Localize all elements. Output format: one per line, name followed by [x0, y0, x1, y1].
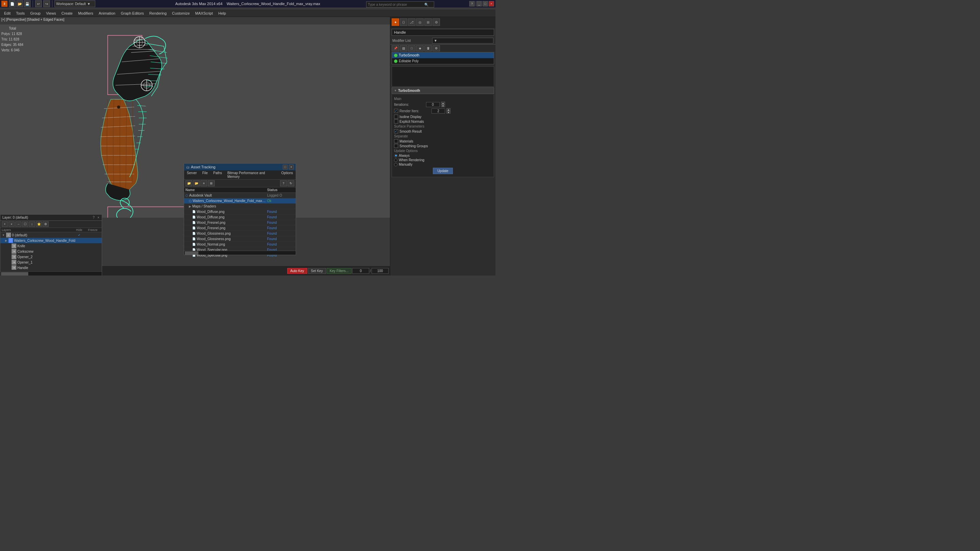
iterations-down[interactable]: ▼	[441, 105, 445, 107]
render-iters-input[interactable]	[431, 108, 445, 114]
layer-highlight-btn[interactable]: ⭐	[36, 221, 42, 227]
menu-animation[interactable]: Animation	[96, 10, 118, 17]
tab-hierarchy[interactable]: ⎇	[408, 18, 415, 26]
at-scrollbar[interactable]	[184, 251, 296, 255]
layer-move-btn[interactable]: ↕	[29, 221, 35, 227]
key-filters-btn[interactable]: Key Filters...	[327, 268, 352, 274]
remove-modifier-btn[interactable]: 🗑	[424, 45, 432, 51]
at-row-wood-diffuse2[interactable]: 📄 Wood_Diffuse.png Found	[184, 214, 296, 220]
menu-graph-editors[interactable]: Graph Editors	[118, 10, 147, 17]
tab-modify[interactable]: ⟨⟩	[400, 18, 407, 26]
render-iters-checkbox[interactable]	[394, 109, 398, 113]
manually-radio[interactable]	[394, 163, 398, 166]
at-btn-3[interactable]: ≡	[200, 180, 207, 186]
at-scrollthumb[interactable]	[185, 251, 198, 255]
at-refresh-btn[interactable]: ↻	[288, 180, 294, 186]
tab-display[interactable]: ⊞	[424, 18, 432, 26]
at-close-btn[interactable]: ×	[289, 165, 294, 169]
maximize-btn[interactable]: □	[482, 1, 488, 6]
render-iters-down[interactable]: ▼	[447, 111, 450, 114]
menu-group[interactable]: Group	[27, 10, 43, 17]
materials-checkbox[interactable]	[394, 139, 398, 143]
layers-help-btn[interactable]: ?	[92, 215, 95, 220]
at-menu-bitmap[interactable]: Bitmap Performance and Memory	[224, 170, 278, 179]
at-row-wood-fresnel2[interactable]: 📄 Wood_Fresnel.png Found	[184, 225, 296, 231]
workspace-dropdown[interactable]: Workspace: Default ▼	[54, 0, 95, 7]
set-key-btn[interactable]: Set Key	[308, 268, 326, 274]
at-row-vault[interactable]: ⬡ Autodesk Vault Logged O	[184, 193, 296, 198]
at-row-wood-glossiness2[interactable]: 📄 Wood_Glossiness.png Found	[184, 237, 296, 242]
menu-help[interactable]: Help	[216, 10, 229, 17]
search-input[interactable]	[366, 3, 424, 6]
smooth-result-checkbox[interactable]	[394, 129, 398, 133]
render-iters-up[interactable]: ▲	[447, 108, 450, 111]
at-restore-btn[interactable]: □	[283, 165, 288, 169]
at-menu-options[interactable]: Options	[279, 170, 296, 179]
help-icon[interactable]: ?	[469, 1, 475, 6]
frame-counter[interactable]: 0	[352, 268, 369, 274]
layer-select-btn[interactable]: ☐	[22, 221, 28, 227]
auto-key-btn[interactable]: Auto Key	[287, 268, 307, 274]
save-btn[interactable]: 💾	[24, 0, 30, 7]
update-button[interactable]: Update	[433, 168, 453, 174]
minimize-btn[interactable]: _	[476, 1, 482, 6]
layer-row-handle[interactable]: ◈ Handle	[0, 265, 102, 270]
turbosmooth-rollout-header[interactable]: TurboSmooth	[392, 87, 494, 94]
layers-close-btn[interactable]: ×	[97, 215, 100, 220]
modifier-dropdown[interactable]: ▼	[432, 38, 493, 43]
iterations-up[interactable]: ▲	[441, 102, 445, 105]
pin-stack-btn[interactable]: 📌	[392, 45, 399, 51]
layer-row-0default[interactable]: ▼ ≡ 0 (default) ✓	[0, 232, 102, 238]
at-menu-server[interactable]: Server	[184, 170, 199, 179]
new-btn[interactable]: 📄	[9, 0, 16, 7]
at-menu-file[interactable]: File	[199, 170, 210, 179]
at-btn-2[interactable]: 📂	[193, 180, 200, 186]
layer-row-knife[interactable]: ◈ Knife	[0, 243, 102, 249]
at-btn-4[interactable]: ⊞	[208, 180, 215, 186]
menu-create[interactable]: Create	[59, 10, 75, 17]
tab-create[interactable]: ✦	[392, 18, 399, 26]
iterations-input[interactable]	[426, 102, 440, 107]
layer-row-object1[interactable]: ▶ ⬡ Waiters_Corkscrew_Wood_Handle_Fold	[0, 238, 102, 243]
tab-utilities[interactable]: ⚙	[433, 18, 440, 26]
at-row-wood-diffuse1[interactable]: 📄 Wood_Diffuse.png Found	[184, 209, 296, 214]
layer-row-opener1[interactable]: ◈ Opener_1	[0, 259, 102, 265]
show-result-btn[interactable]: □	[408, 45, 415, 51]
show-all-btn[interactable]: ▤	[400, 45, 407, 51]
at-btn-1[interactable]: 📁	[185, 180, 192, 186]
at-help-btn[interactable]: ?	[280, 180, 287, 186]
tab-motion[interactable]: ◎	[416, 18, 424, 26]
at-row-maps[interactable]: ▶ Maps / Shaders	[184, 204, 296, 209]
isoline-checkbox[interactable]	[394, 114, 398, 119]
layers-scrollthumb[interactable]	[1, 272, 28, 275]
menu-customize[interactable]: Customize	[169, 10, 192, 17]
menu-edit[interactable]: Edit	[2, 10, 13, 17]
config-sets-btn[interactable]: ⚙	[433, 45, 440, 51]
modifier-item-editable-poly[interactable]: Editable Poly	[392, 58, 494, 64]
object-name-field[interactable]: Handle	[392, 29, 494, 36]
at-row-wood-normal[interactable]: 📄 Wood_Normal.png Found	[184, 242, 296, 247]
open-btn[interactable]: 📂	[16, 0, 23, 7]
always-radio[interactable]	[394, 154, 398, 157]
at-row-wood-glossiness1[interactable]: 📄 Wood_Glossiness.png Found	[184, 231, 296, 237]
at-row-wood-fresnel1[interactable]: 📄 Wood_Fresnel.png Found	[184, 220, 296, 225]
search-bar[interactable]: 🔍	[366, 2, 434, 8]
menu-views[interactable]: Views	[43, 10, 59, 17]
explicit-normals-checkbox[interactable]	[394, 119, 398, 124]
menu-rendering[interactable]: Rendering	[147, 10, 169, 17]
at-row-main-file[interactable]: ⬡ Waiters_Corkscrew_Wood_Handle_Fold_max…	[184, 198, 296, 204]
smoothing-groups-checkbox[interactable]	[394, 144, 398, 148]
undo-btn[interactable]: ↩	[35, 0, 42, 7]
menu-maxscript[interactable]: MAXScript	[192, 10, 216, 17]
menu-tools[interactable]: Tools	[13, 10, 27, 17]
layer-remove-btn[interactable]: ×	[8, 221, 14, 227]
menu-modifiers[interactable]: Modifiers	[75, 10, 96, 17]
modifier-item-turbosmooth[interactable]: TurboSmooth	[392, 52, 494, 58]
layers-scrollbar[interactable]	[0, 272, 102, 275]
close-btn[interactable]: ×	[488, 1, 494, 6]
layer-row-corkscrew[interactable]: ◈ Corkscrew	[0, 249, 102, 254]
make-unique-btn[interactable]: ◈	[416, 45, 424, 51]
layer-row-opener2[interactable]: ◈ Opener_2	[0, 254, 102, 259]
at-menu-paths[interactable]: Paths	[211, 170, 225, 179]
layer-add-selection-btn[interactable]: →	[15, 221, 21, 227]
